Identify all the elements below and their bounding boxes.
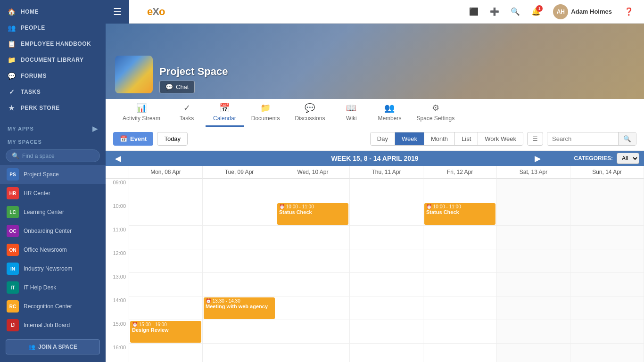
- space-item-industry-newsroom[interactable]: IN Industry Newsroom: [0, 259, 106, 278]
- grid-cell-0-2[interactable]: [276, 179, 350, 202]
- sidebar-item-tasks[interactable]: ✓ TASKS: [0, 84, 106, 100]
- grid-cell-3-4[interactable]: [423, 249, 497, 273]
- grid-cell-1-0[interactable]: [129, 202, 203, 226]
- grid-cell-0-4[interactable]: [423, 179, 497, 202]
- next-week-arrow[interactable]: ▶: [530, 152, 545, 165]
- grid-cell-4-5[interactable]: [497, 273, 570, 296]
- space-item-recognition-center[interactable]: RC Recognition Center: [0, 297, 106, 316]
- view-list-button[interactable]: List: [455, 132, 478, 145]
- grid-cell-4-4[interactable]: [423, 273, 497, 296]
- grid-cell-3-2[interactable]: [276, 249, 350, 273]
- tab-tasks[interactable]: ✓ Tasks: [168, 99, 206, 127]
- add-icon-btn[interactable]: ➕: [487, 4, 502, 19]
- tab-discussions[interactable]: 💬 Discussions: [287, 99, 332, 127]
- grid-cell-4-2[interactable]: [276, 273, 350, 296]
- grid-cell-5-2[interactable]: [276, 296, 350, 320]
- space-item-learning-center[interactable]: LC Learning Center: [0, 203, 106, 222]
- calendar-grid-wrapper[interactable]: Mon, 08 Apr Tue, 09 Apr Wed, 10 Apr Thu,…: [106, 166, 644, 362]
- grid-cell-6-2[interactable]: [276, 320, 350, 344]
- grid-cell-7-6[interactable]: [570, 344, 644, 362]
- tab-space-settings[interactable]: ⚙ Space Settings: [409, 99, 462, 127]
- grid-cell-7-1[interactable]: [203, 344, 276, 362]
- grid-cell-1-3[interactable]: [350, 202, 423, 226]
- sidebar-item-employee-handbook[interactable]: 📋 EMPLOYEE HANDBOOK: [0, 36, 106, 52]
- sidebar-item-forums[interactable]: 💬 FORUMS: [0, 68, 106, 84]
- space-item-office-newsroom[interactable]: ON Office Newsroom: [0, 240, 106, 259]
- grid-cell-5-0[interactable]: [129, 296, 203, 320]
- tab-activity-stream[interactable]: 📊 Activity Stream: [115, 99, 168, 127]
- search-icon-btn[interactable]: 🔍: [508, 4, 523, 19]
- grid-cell-6-1[interactable]: [203, 320, 276, 344]
- tab-calendar[interactable]: 📅 Calendar: [206, 99, 244, 127]
- grid-cell-5-1[interactable]: ⏰ 13:30 - 14:30Meeting with web agency: [203, 296, 276, 320]
- sidebar-item-home[interactable]: 🏠 HOME: [0, 4, 106, 20]
- tab-members[interactable]: 👥 Members: [370, 99, 409, 127]
- view-week-button[interactable]: Week: [395, 132, 424, 145]
- grid-cell-5-3[interactable]: [350, 296, 423, 320]
- view-work-week-button[interactable]: Work Week: [478, 132, 523, 145]
- grid-cell-3-1[interactable]: [203, 249, 276, 273]
- my-apps-arrow[interactable]: ▶: [92, 125, 98, 132]
- tab-wiki[interactable]: 📖 Wiki: [332, 99, 370, 127]
- join-space-button[interactable]: 👥 JOIN A SPACE: [6, 339, 100, 354]
- grid-cell-3-5[interactable]: [497, 249, 570, 273]
- grid-cell-2-2[interactable]: [276, 226, 350, 249]
- grid-cell-6-4[interactable]: [423, 320, 497, 344]
- grid-cell-4-3[interactable]: [350, 273, 423, 296]
- grid-cell-2-0[interactable]: [129, 226, 203, 249]
- grid-cell-5-4[interactable]: [423, 296, 497, 320]
- grid-cell-1-4[interactable]: ⏰ 10:00 - 11:00Status Check: [423, 202, 497, 226]
- grid-cell-1-5[interactable]: [497, 202, 570, 226]
- grid-cell-6-5[interactable]: [497, 320, 570, 344]
- grid-cell-2-1[interactable]: [203, 226, 276, 249]
- grid-cell-6-0[interactable]: ⏰ 15:00 - 16:00Design Review: [129, 320, 203, 344]
- help-icon-btn[interactable]: ❓: [621, 4, 636, 19]
- grid-cell-0-5[interactable]: [497, 179, 570, 202]
- view-day-button[interactable]: Day: [371, 132, 395, 145]
- hamburger-menu[interactable]: ☰: [106, 0, 129, 24]
- grid-cell-7-0[interactable]: [129, 344, 203, 362]
- calendar-search-button[interactable]: 🔍: [618, 132, 636, 145]
- calendar-event-status-check-wed[interactable]: ⏰ 10:00 - 11:00Status Check: [277, 203, 348, 225]
- grid-cell-2-3[interactable]: [350, 226, 423, 249]
- space-item-it-help-desk[interactable]: IT IT Help Desk: [0, 278, 106, 297]
- grid-cell-0-1[interactable]: [203, 179, 276, 202]
- grid-cell-1-2[interactable]: ⏰ 10:00 - 11:00Status Check: [276, 202, 350, 226]
- add-event-button[interactable]: 📅 Event: [113, 132, 153, 146]
- grid-cell-0-6[interactable]: [570, 179, 644, 202]
- grid-cell-3-3[interactable]: [350, 249, 423, 273]
- grid-cell-2-5[interactable]: [497, 226, 570, 249]
- grid-cell-0-3[interactable]: [350, 179, 423, 202]
- grid-cell-2-6[interactable]: [570, 226, 644, 249]
- grid-cell-7-2[interactable]: [276, 344, 350, 362]
- calendar-event-design-review[interactable]: ⏰ 15:00 - 16:00Design Review: [130, 321, 201, 343]
- calendar-event-meeting-web-agency[interactable]: ⏰ 13:30 - 14:30Meeting with web agency: [204, 297, 275, 319]
- grid-cell-4-0[interactable]: [129, 273, 203, 296]
- today-button[interactable]: Today: [157, 132, 188, 146]
- grid-cell-6-3[interactable]: [350, 320, 423, 344]
- chat-button[interactable]: 💬 Chat: [159, 81, 195, 93]
- tab-documents[interactable]: 📁 Documents: [244, 99, 288, 127]
- sidebar-item-people[interactable]: 👥 PEOPLE: [0, 20, 106, 36]
- space-item-internal-job-board[interactable]: IJ Internal Job Board: [0, 316, 106, 335]
- user-area[interactable]: AH Adam Holmes: [549, 2, 616, 21]
- sidebar-item-document-library[interactable]: 📁 DOCUMENT LIBRARY: [0, 52, 106, 68]
- space-item-hr-center[interactable]: HR HR Center: [0, 184, 106, 203]
- grid-cell-1-1[interactable]: [203, 202, 276, 226]
- find-space-input[interactable]: [22, 153, 94, 159]
- chat-icon-btn[interactable]: ⬛: [466, 4, 481, 19]
- calendar-event-status-check-fri[interactable]: ⏰ 10:00 - 11:00Status Check: [424, 203, 495, 225]
- categories-select[interactable]: All: [617, 153, 639, 164]
- grid-cell-7-5[interactable]: [497, 344, 570, 362]
- grid-cell-7-4[interactable]: [423, 344, 497, 362]
- view-month-button[interactable]: Month: [424, 132, 455, 145]
- grid-cell-1-6[interactable]: [570, 202, 644, 226]
- grid-cell-4-6[interactable]: [570, 273, 644, 296]
- prev-week-arrow[interactable]: ◀: [110, 152, 125, 165]
- grid-cell-3-6[interactable]: [570, 249, 644, 273]
- grid-cell-5-6[interactable]: [570, 296, 644, 320]
- grid-cell-0-0[interactable]: [129, 179, 203, 202]
- grid-cell-4-1[interactable]: [203, 273, 276, 296]
- find-space-search[interactable]: 🔍: [6, 149, 100, 162]
- notification-icon-btn[interactable]: 🔔 1: [528, 4, 544, 19]
